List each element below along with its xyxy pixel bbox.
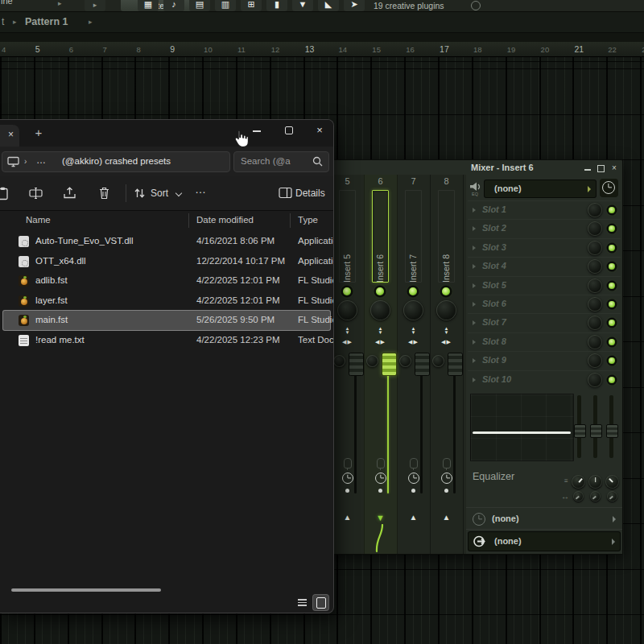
output-target-selector[interactable]: (none) bbox=[468, 531, 621, 551]
input-source-selector[interactable]: (none) bbox=[484, 180, 597, 198]
timeline-ruler[interactable]: 4567891011121314151617181920212223 bbox=[0, 42, 644, 57]
tool-draw-icon[interactable]: ▮ bbox=[266, 0, 287, 11]
sort-button-label[interactable]: Sort bbox=[151, 188, 168, 199]
fl-mini-dropdown[interactable]: ▸ bbox=[85, 0, 105, 11]
strip-fader-track[interactable] bbox=[387, 358, 389, 493]
effect-slot-row[interactable]: Slot 2 bbox=[468, 219, 621, 238]
breadcrumb-pattern-label[interactable]: Pattern 1 bbox=[25, 16, 68, 27]
rename-icon[interactable] bbox=[29, 187, 43, 200]
slot-enable-led[interactable] bbox=[609, 339, 615, 345]
file-row[interactable]: layer.fst 4/22/2025 12:01 PM FL Studio bbox=[3, 291, 330, 311]
slot-expand-arrow[interactable] bbox=[473, 283, 476, 288]
eq-freq3-knob[interactable] bbox=[605, 475, 619, 489]
strip-separation-arrows[interactable]: ◀▶ bbox=[364, 339, 397, 345]
eq-freq2-knob[interactable] bbox=[588, 475, 602, 489]
mixer-strip[interactable]: 8Insert 8▲▼◀▶▲ bbox=[430, 175, 464, 554]
window-piano-roll-icon[interactable]: ♪ bbox=[163, 0, 184, 11]
column-header-name[interactable]: Name bbox=[26, 215, 51, 225]
eq-band1-fader-handle[interactable] bbox=[574, 424, 586, 438]
tool-cursor-icon[interactable]: ◣ bbox=[318, 0, 339, 11]
slot-mix-knob[interactable] bbox=[588, 335, 602, 349]
horizontal-scrollbar[interactable] bbox=[11, 588, 161, 592]
strip-enable-led[interactable] bbox=[376, 287, 384, 295]
slot-enable-led[interactable] bbox=[609, 357, 615, 364]
slot-enable-led[interactable] bbox=[609, 263, 615, 270]
strip-fader-handle[interactable] bbox=[448, 353, 463, 376]
slot-label[interactable]: Slot 3 bbox=[482, 242, 506, 252]
effect-slot-row[interactable]: Slot 9 bbox=[468, 351, 621, 370]
strip-enable-led[interactable] bbox=[409, 287, 417, 295]
window-browser-icon[interactable]: ⊞ bbox=[241, 0, 262, 11]
details-button-label[interactable]: Details bbox=[295, 188, 325, 199]
strip-fader-track[interactable] bbox=[420, 358, 423, 493]
strip-stereo-knob[interactable] bbox=[432, 355, 444, 367]
slot-enable-led[interactable] bbox=[609, 283, 615, 289]
file-row[interactable]: adlib.fst 4/22/2025 12:01 PM FL Studio bbox=[3, 271, 330, 291]
equalizer-display[interactable] bbox=[470, 394, 574, 461]
details-view-button[interactable] bbox=[295, 595, 310, 610]
strip-separation-arrows[interactable]: ◀▶ bbox=[397, 339, 430, 345]
slot-enable-led[interactable] bbox=[609, 207, 615, 213]
plugins-counter-label[interactable]: 19 creative plugins bbox=[374, 1, 444, 10]
arrow-right-icon[interactable] bbox=[612, 539, 615, 545]
strip-stereo-knob[interactable] bbox=[333, 355, 345, 367]
strip-clock-icon[interactable] bbox=[375, 473, 386, 484]
slot-mix-knob[interactable] bbox=[588, 259, 602, 274]
mixer-strip[interactable]: 7Insert 7▲▼◀▶▲ bbox=[397, 175, 431, 554]
strip-route-arrow[interactable]: ▼ bbox=[364, 513, 397, 522]
tool-paint-icon[interactable]: ▼ bbox=[292, 0, 313, 11]
strip-clock-icon[interactable] bbox=[441, 473, 452, 484]
delete-icon[interactable] bbox=[98, 187, 110, 200]
strip-separation-arrows[interactable]: ◀▶ bbox=[430, 339, 463, 345]
slot-label[interactable]: Slot 6 bbox=[482, 299, 506, 308]
arrow-right-icon[interactable] bbox=[613, 516, 616, 522]
strip-fader-handle[interactable] bbox=[382, 353, 397, 376]
strip-input-icon[interactable] bbox=[377, 458, 385, 469]
slot-enable-led[interactable] bbox=[609, 225, 615, 232]
rack-time-row[interactable]: (none) bbox=[466, 507, 622, 529]
strip-enable-led[interactable] bbox=[442, 287, 450, 295]
strip-enable-led[interactable] bbox=[343, 287, 351, 295]
strip-label[interactable]: Insert 5 bbox=[341, 244, 353, 283]
eq-q1-knob[interactable] bbox=[573, 491, 584, 502]
chevron-down-icon[interactable] bbox=[175, 190, 182, 196]
search-field[interactable]: Search (@a bbox=[233, 151, 329, 172]
strip-clock-icon[interactable] bbox=[408, 473, 419, 484]
column-header-date[interactable]: Date modified bbox=[196, 215, 254, 225]
slot-mix-knob[interactable] bbox=[588, 221, 602, 236]
strip-route-arrow[interactable]: ▲ bbox=[331, 513, 364, 522]
slot-enable-led[interactable] bbox=[609, 377, 615, 383]
eq-menu-icon[interactable]: ≡ bbox=[564, 477, 568, 485]
column-divider[interactable] bbox=[188, 213, 189, 228]
explorer-tab[interactable]: × bbox=[0, 125, 19, 147]
strip-fader-track[interactable] bbox=[354, 358, 357, 493]
window-close-button[interactable]: × bbox=[309, 122, 330, 139]
effect-slot-row[interactable]: Slot 5 bbox=[468, 276, 621, 295]
input-record-clock-button[interactable] bbox=[600, 179, 618, 197]
slot-mix-knob[interactable] bbox=[588, 241, 602, 255]
strip-route-arrow[interactable]: ▲ bbox=[397, 513, 430, 522]
strip-pan-knob[interactable] bbox=[337, 300, 357, 320]
eq-band3-fader-handle[interactable] bbox=[606, 424, 618, 438]
eq-q2-knob[interactable] bbox=[590, 491, 601, 502]
chevron-right-icon[interactable]: › bbox=[24, 157, 27, 166]
minimize-icon[interactable] bbox=[584, 169, 591, 171]
effect-slot-row[interactable]: Slot 4 bbox=[468, 257, 621, 276]
slot-expand-arrow[interactable] bbox=[473, 208, 476, 213]
strip-updown-arrows[interactable]: ▲▼ bbox=[331, 327, 364, 335]
slot-mix-knob[interactable] bbox=[588, 203, 602, 217]
strip-pan-knob[interactable] bbox=[403, 300, 423, 320]
slot-expand-arrow[interactable] bbox=[473, 264, 476, 269]
window-channel-rack-icon[interactable]: ▤ bbox=[189, 0, 210, 11]
file-row[interactable]: main.fst 5/26/2025 9:50 PM FL Studio bbox=[3, 311, 330, 330]
file-row[interactable]: Auto-Tune_Evo_VST.dll 4/16/2021 8:06 PM … bbox=[3, 232, 330, 251]
new-tab-button[interactable]: + bbox=[32, 126, 45, 139]
search-icon[interactable] bbox=[312, 156, 323, 167]
address-field[interactable]: › … (@akkiro) crashed presets bbox=[2, 151, 230, 172]
close-icon[interactable]: × bbox=[609, 163, 619, 172]
slot-label[interactable]: Slot 1 bbox=[482, 204, 506, 214]
rack-output-row[interactable]: (none) bbox=[466, 529, 622, 553]
effect-slot-row[interactable]: Slot 3 bbox=[468, 238, 621, 258]
large-icons-view-button[interactable] bbox=[313, 595, 328, 610]
slot-mix-knob[interactable] bbox=[588, 316, 602, 330]
